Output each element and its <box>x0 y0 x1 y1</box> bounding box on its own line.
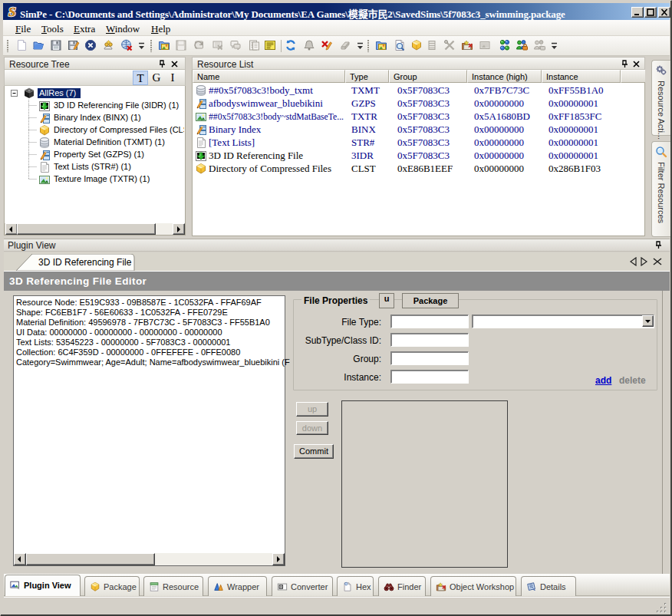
svg-text:Material Definition (TXMT) (1): Material Definition (TXMT) (1) <box>54 137 165 147</box>
svg-text:0x5F7083C3: 0x5F7083C3 <box>397 97 450 109</box>
svg-text:0xE86B1EEF: 0xE86B1EEF <box>397 163 453 174</box>
svg-text:0x00000000: 0x00000000 <box>474 137 524 148</box>
svg-text:0x5F7083C3: 0x5F7083C3 <box>397 150 450 161</box>
svg-text:[Text Lists]: [Text Lists] <box>209 137 255 148</box>
svg-text:0x00000001: 0x00000001 <box>548 97 598 109</box>
svg-text:##0x5f7083c3!body_txmt: ##0x5f7083c3!body_txmt <box>209 84 313 96</box>
svg-text:0x7FB7C73C: 0x7FB7C73C <box>474 84 529 96</box>
svg-text:0x5F7083C3: 0x5F7083C3 <box>397 124 450 135</box>
svg-text:Texture Image (TXTR) (1): Texture Image (TXTR) (1) <box>54 174 150 183</box>
svg-text:Directory of Compressed Files: Directory of Compressed Files (CLST <box>54 125 184 134</box>
svg-text:0x00000000: 0x00000000 <box>474 97 524 109</box>
svg-text:Directory of Compressed Files: Directory of Compressed Files <box>209 163 331 174</box>
svg-text:0xFF1853FC: 0xFF1853FC <box>548 110 601 122</box>
svg-text:Binary Index (BINX) (1): Binary Index (BINX) (1) <box>54 113 141 122</box>
svg-text:TXMT: TXMT <box>351 84 380 96</box>
svg-text:##0x5f7083c3!body~stdMatBaseTe: ##0x5f7083c3!body~stdMatBaseTe... <box>209 110 344 122</box>
svg-text:3D ID Referencing File: 3D ID Referencing File <box>209 150 303 161</box>
svg-text:0x5F7083C3: 0x5F7083C3 <box>397 137 450 148</box>
svg-text:TXTR: TXTR <box>351 110 377 122</box>
svg-text:0x00000001: 0x00000001 <box>548 137 598 148</box>
svg-text:0x00000000: 0x00000000 <box>474 150 524 161</box>
svg-text:Text Lists (STR#) (1): Text Lists (STR#) (1) <box>54 162 131 171</box>
svg-text:0x5A1680BD: 0x5A1680BD <box>474 110 530 122</box>
svg-text:3D ID Referencing File: 3D ID Referencing File <box>38 257 132 268</box>
svg-text:0x5F7083C3: 0x5F7083C3 <box>397 110 450 122</box>
svg-text:Binary Index: Binary Index <box>209 124 262 135</box>
svg-text:0x00000001: 0x00000001 <box>548 150 598 161</box>
svg-text:AllRes (7): AllRes (7) <box>39 88 76 97</box>
svg-text:STR#: STR# <box>351 137 375 148</box>
svg-text:0x5F7083C3: 0x5F7083C3 <box>397 84 450 96</box>
svg-text:0x286B1F03: 0x286B1F03 <box>548 163 601 174</box>
svg-text:3IDR: 3IDR <box>351 150 374 161</box>
svg-text:S: S <box>8 5 15 18</box>
svg-text:3D ID Referencing File (3IDR): 3D ID Referencing File (3IDR) (1) <box>54 100 179 110</box>
svg-text:GZPS: GZPS <box>351 97 376 109</box>
svg-text:0x00000000: 0x00000000 <box>474 124 524 135</box>
svg-text:0x00000001: 0x00000001 <box>548 124 598 135</box>
svg-text:BINX: BINX <box>351 124 376 135</box>
svg-text:afbodyswimwear_bluebikini: afbodyswimwear_bluebikini <box>209 97 323 109</box>
svg-text:0xFF55B1A0: 0xFF55B1A0 <box>548 84 604 96</box>
svg-text:CLST: CLST <box>351 163 376 174</box>
svg-text:Property Set (GZPS) (1): Property Set (GZPS) (1) <box>54 150 144 159</box>
svg-text:0x00000000: 0x00000000 <box>474 163 524 174</box>
